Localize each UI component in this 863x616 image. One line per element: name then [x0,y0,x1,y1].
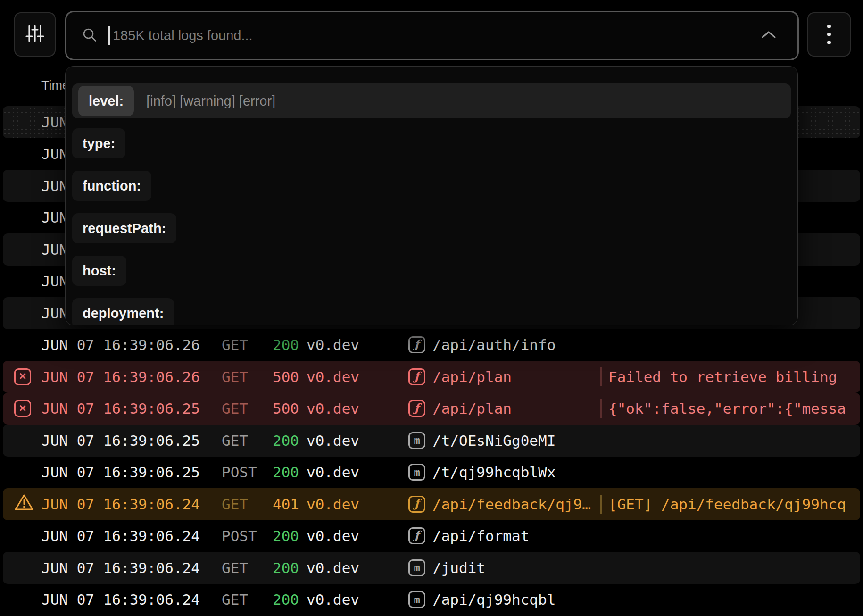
status-code: 200 [273,527,307,544]
source-glyph: ƒ [415,401,419,416]
http-method: GET [222,559,273,576]
request-path: /t/qj99hcqblWx [432,464,556,481]
log-row[interactable]: JUN 07 16:39:06.25POST200v0.devm/t/qj99h… [3,457,860,489]
source-glyph: ƒ [415,528,419,543]
source-icon-cell: m [408,432,425,449]
magnifier-icon [82,27,97,44]
log-timestamp: JUN 07 16:39:06.25 [41,400,222,417]
source-glyph: m [414,434,420,446]
text-caret [108,26,110,45]
log-row[interactable]: JUN 07 16:39:06.26GET200v0.devƒ/api/auth… [3,329,860,361]
log-timestamp: JUN 07 16:39:06.24 [41,496,222,513]
status-code: 200 [273,336,307,353]
log-message: {"ok":false,"error":{"messa [602,400,860,417]
log-row[interactable]: JUN 07 16:39:06.25GET200v0.devm/t/OEsNiG… [3,425,860,457]
log-timestamp: JUN 07 16:39:06.26 [41,336,222,353]
request-path: /api/auth/info [432,336,556,353]
suggestion-key-pill: deployment: [72,298,174,325]
suggestion-item-host[interactable]: host: [72,253,791,288]
suggestion-item-function[interactable]: function: [72,168,791,203]
log-host: v0.dev [307,527,408,544]
request-path: /judit [432,559,485,576]
suggestion-item-deployment[interactable]: deployment: [72,296,791,325]
function-icon: ƒ [408,496,425,513]
log-host: v0.dev [307,400,408,417]
x-glyph: × [19,369,26,384]
request-path: /api/feedback/qj9… [432,496,597,513]
function-icon: ƒ [408,400,425,417]
status-code: 200 [273,559,307,576]
source-icon-cell: ƒ [408,496,425,513]
x-glyph: × [19,401,26,416]
status-code: 500 [273,368,307,385]
request-path: /api/plan [432,400,597,417]
function-icon: ƒ [408,368,425,385]
log-host: v0.dev [307,591,408,608]
http-method: GET [222,432,273,449]
http-method: GET [222,400,273,417]
log-host: v0.dev [307,432,408,449]
source-glyph: m [414,562,420,574]
log-row[interactable]: JUN 07 16:39:06.24GET200v0.devm/api/qj99… [3,584,860,616]
source-glyph: ƒ [415,497,419,512]
timestamp-column-header: Timestamp [41,78,65,95]
log-timestamp: JUN 07 16:39:06.26 [41,368,222,385]
function-icon: ƒ [408,527,425,544]
http-method: GET [222,496,273,513]
suggestion-key-pill: host: [72,256,126,286]
source-icon-cell: m [408,559,425,576]
status-code: 500 [273,400,307,417]
log-timestamp: JUN 07 16:39:06.24 [41,527,222,544]
menu-button[interactable] [807,12,851,57]
log-timestamp: JUN 07 16:39:06.25 [41,432,222,449]
log-message: [GET] /api/feedback/qj99hcq [602,496,860,513]
middleware-icon: m [408,559,425,576]
log-row[interactable]: ×JUN 07 16:39:06.26GET500v0.devƒ/api/pla… [3,361,860,393]
source-icon-cell: ƒ [408,527,425,544]
source-icon-cell: ƒ [408,400,425,417]
http-method: GET [222,591,273,608]
source-icon-cell: ƒ [408,368,425,385]
http-method: POST [222,527,273,544]
log-host: v0.dev [307,559,408,576]
toolbar [0,0,863,63]
suggestion-key-pill: requestPath: [72,213,176,243]
source-icon-cell: m [408,591,425,608]
suggestion-item-level[interactable]: level:[info] [warning] [error] [72,83,791,118]
log-timestamp: JUN 07 16:39:06.24 [41,559,222,576]
log-host: v0.dev [307,336,408,353]
source-glyph: ƒ [415,369,419,384]
log-host: v0.dev [307,496,408,513]
search-input[interactable] [112,27,760,44]
status-code: 200 [273,464,307,481]
kebab-menu-icon [827,25,831,44]
suggestion-item-requestPath[interactable]: requestPath: [72,211,791,246]
status-code: 200 [273,591,307,608]
log-host: v0.dev [307,464,408,481]
suggestion-key-pill: type: [72,128,125,158]
log-row[interactable]: JUN 07 16:39:06.24POST200v0.devƒ/api/for… [3,520,860,552]
log-search-box[interactable] [65,11,799,60]
source-glyph: m [414,594,420,606]
chevron-up-icon[interactable] [760,30,778,42]
source-icon-cell: m [408,464,425,481]
level-icon-slot [14,493,33,515]
log-row[interactable]: JUN 07 16:39:06.24GET401v0.devƒ/api/feed… [3,488,860,520]
middleware-icon: m [408,464,425,481]
level-icon-slot: × [14,368,33,385]
suggestion-item-type[interactable]: type: [72,126,791,161]
log-host: v0.dev [307,368,408,385]
suggestion-key-pill: level: [78,86,134,116]
middleware-icon: m [408,591,425,608]
error-icon: × [14,368,31,385]
sliders-icon [25,24,45,45]
suggestion-key-pill: function: [72,171,151,201]
source-glyph: ƒ [415,337,419,352]
log-row[interactable]: ×JUN 07 16:39:06.25GET500v0.devƒ/api/pla… [3,393,860,425]
request-path: /t/OEsNiGg0eMI [432,432,556,449]
warning-icon [14,493,34,515]
http-method: GET [222,368,273,385]
log-row[interactable]: JUN 07 16:39:06.24GET200v0.devm/judit [3,552,860,584]
filter-button[interactable] [14,12,56,57]
request-path: /api/qj99hcqbl [432,591,556,608]
